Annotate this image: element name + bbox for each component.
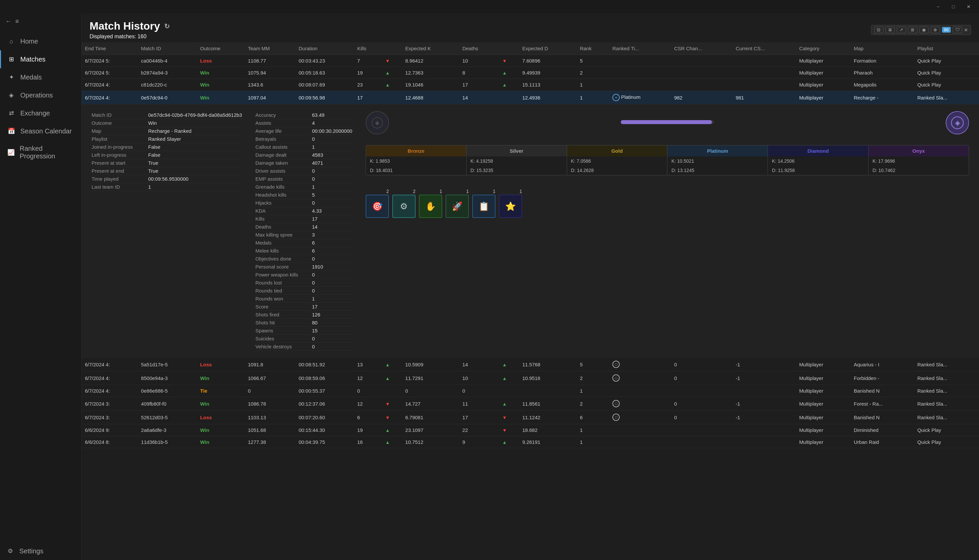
detail-stats: Accuracy63.49 Assists4 Average life00:00… <box>256 111 352 351</box>
cell-csr-change <box>671 67 732 79</box>
cell-kills: 16 <box>354 436 382 448</box>
table-row[interactable]: 6/7/2024 4: 0e86e886-5 Tie 0 00:00:55.37… <box>82 385 979 397</box>
filter-icon-6[interactable]: ⊕ <box>931 27 940 33</box>
cell-rank: 1 <box>576 79 609 91</box>
label-personal-score: Personal score <box>256 263 312 271</box>
cell-csr-change <box>671 424 732 436</box>
cell-kills-arrow: ▼ <box>382 411 402 424</box>
sidebar-item-medals[interactable]: ✦ Medals <box>0 68 81 86</box>
tier-k-platinum: K: 10.5021 <box>667 157 768 166</box>
tier-d-onyx: D: 10.7462 <box>869 166 969 175</box>
filter-close[interactable]: ✕ <box>964 27 968 33</box>
cell-ranked-ti: ✦ Platinum <box>609 91 671 105</box>
cell-rank: 5 <box>576 55 609 67</box>
table-row[interactable]: 6/7/2024 4: 0e57dc94-0 Win 1097.04 00:09… <box>82 91 979 105</box>
label-kda: KDA <box>256 207 312 215</box>
filter-icon-5[interactable]: ◉ <box>919 27 929 33</box>
cell-outcome: Win <box>197 67 244 79</box>
cell-duration: 00:12:37.06 <box>296 397 354 411</box>
cell-current-csr <box>732 385 796 397</box>
sidebar-label-medals: Medals <box>20 73 42 81</box>
value-outcome: Win <box>148 119 242 127</box>
value-present-end: True <box>148 167 242 175</box>
table-row[interactable]: 6/7/2024 3: 409fb80f-f0 Win 1086.78 00:1… <box>82 397 979 411</box>
arrow-up-icon: ▲ <box>502 70 507 75</box>
close-button[interactable]: ✕ <box>961 1 976 12</box>
arrow-up-icon: ▲ <box>385 376 390 381</box>
cell-deaths-arrow: ▲ <box>499 397 519 411</box>
filter-icon-1[interactable]: ⊟ <box>874 27 884 33</box>
filter-icon-3[interactable]: ↗ <box>897 27 906 33</box>
sidebar-item-ranked-progression[interactable]: 📈 Ranked Progression <box>0 140 81 165</box>
col-team-mm: Team MM <box>245 42 296 55</box>
table-row[interactable]: 6/6/2024 9: 2a6a6dfe-3 Win 1051.68 00:15… <box>82 424 979 436</box>
table-row[interactable]: 6/7/2024 4: c81dc220-c Win 1343.6 00:08:… <box>82 79 979 91</box>
filter-shield-icon[interactable]: 🛡 <box>953 27 962 33</box>
arrow-up-icon: ▲ <box>502 401 507 407</box>
filter-icon-4[interactable]: ⊞ <box>908 27 917 33</box>
cell-map: Diminished <box>850 424 914 436</box>
cell-map: Formation <box>850 55 914 67</box>
cell-map: Pharaoh <box>850 67 914 79</box>
home-icon: ⌂ <box>7 37 16 46</box>
cell-deaths: 17 <box>459 79 499 91</box>
cell-kills-arrow <box>382 91 402 105</box>
settings-icon: ⚙ <box>6 547 15 555</box>
medal-icon: ✋ <box>419 195 442 218</box>
main-layout: ← ≡ ⌂ Home ⊞ Matches ✦ Medals ◈ Ope <box>0 13 979 560</box>
sidebar-item-home[interactable]: ⌂ Home <box>0 32 81 50</box>
refresh-icon[interactable]: ↻ <box>164 22 170 30</box>
minimize-button[interactable]: − <box>931 1 946 12</box>
arrow-up-icon: ▲ <box>502 376 507 381</box>
cell-rank: 1 <box>576 424 609 436</box>
table-row[interactable]: 6/7/2024 4: 8500e94a-3 Win 1066.67 00:08… <box>82 371 979 385</box>
col-playlist: Playlist <box>914 42 979 55</box>
cell-playlist: Ranked Sla... <box>914 91 979 105</box>
cell-match-id: c81dc220-c <box>138 79 197 91</box>
tier-col-silver: Silver K: 4.19258 D: 15.3235 <box>466 145 567 175</box>
cell-deaths: 8 <box>459 67 499 79</box>
label-playlist: Playlist <box>92 135 148 143</box>
cell-current-csr: -1 <box>732 358 796 371</box>
calendar-icon: 📅 <box>7 127 16 135</box>
table-row[interactable]: 6/7/2024 4: 5a51d17e-5 Loss 1091.8 00:08… <box>82 358 979 371</box>
cell-team-mm: 1277.38 <box>245 436 296 448</box>
cell-kills: 19 <box>354 424 382 436</box>
medals-grid: 2 🎯 2 ⚙ 1 ✋ 1 🚀 1 📋 1 <box>366 189 969 218</box>
arrow-up-icon: ▲ <box>502 82 507 88</box>
cell-match-id: 11d36b1b-5 <box>138 436 197 448</box>
sidebar-item-operations[interactable]: ◈ Operations <box>0 86 81 104</box>
maximize-button[interactable]: □ <box>946 1 961 12</box>
hamburger-button[interactable]: ≡ <box>15 18 19 25</box>
table-row[interactable]: 6/7/2024 5: ca00446b-4 Loss 1108.77 00:0… <box>82 55 979 67</box>
sidebar-label-settings: Settings <box>19 547 43 555</box>
col-current-csr: Current CS... <box>732 42 796 55</box>
progress-bar-container <box>394 120 941 125</box>
cell-duration: 00:08:51.92 <box>296 358 354 371</box>
value-present-start: True <box>148 159 242 167</box>
back-button[interactable]: ← <box>5 18 11 25</box>
label-headshot: Headshot kills <box>256 191 312 199</box>
table-row[interactable]: 6/6/2024 8: 11d36b1b-5 Win 1277.38 00:04… <box>82 436 979 448</box>
cell-match-id: ca00446b-4 <box>138 55 197 67</box>
label-avg-life: Average life <box>256 127 312 135</box>
cell-current-csr <box>732 436 796 448</box>
table-row[interactable]: 6/7/2024 5: b2874a94-3 Win 1075.94 00:05… <box>82 67 979 79</box>
label-max-spree: Max killing spree <box>256 231 312 239</box>
csr-section: ◈ <box>366 111 969 218</box>
cell-rank: 2 <box>576 397 609 411</box>
sidebar-item-season-calendar[interactable]: 📅 Season Calendar <box>0 122 81 140</box>
cell-expected-k: 11.7291 <box>402 371 459 385</box>
filter-icon-2[interactable]: 🖥 <box>885 27 895 33</box>
table-row[interactable]: 6/7/2024 3: 52612d03-5 Loss 1103.13 00:0… <box>82 411 979 424</box>
value-left: False <box>148 151 242 159</box>
cell-end-time: 6/7/2024 4: <box>82 79 138 91</box>
sidebar-item-settings[interactable]: ⚙ Settings <box>0 542 81 560</box>
sidebar-item-exchange[interactable]: ⇄ Exchange <box>0 104 81 122</box>
silver-rank-icon: ⬡ <box>612 361 620 368</box>
sidebar-item-matches[interactable]: ⊞ Matches <box>0 50 81 68</box>
label-map: Map <box>92 127 148 135</box>
medals-section: 2 🎯 2 ⚙ 1 ✋ 1 🚀 1 📋 1 <box>366 185 969 218</box>
silver-rank-icon: ⬡ <box>612 413 620 421</box>
table-container[interactable]: End Time Match ID Outcome Team MM Durati… <box>82 42 979 560</box>
